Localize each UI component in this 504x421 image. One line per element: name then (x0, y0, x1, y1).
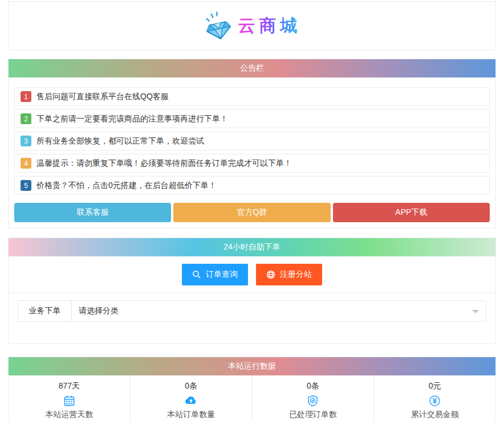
stat-label: 已处理订单数 (253, 408, 374, 420)
self-order-card: 24小时自助下单 订单查询 注册分站 (8, 238, 496, 344)
self-order-header: 24小时自助下单 (9, 238, 495, 256)
notice-header: 公告栏 (9, 59, 495, 77)
stat-value: 0元 (374, 379, 495, 392)
globe-icon (266, 270, 275, 279)
contact-service-button[interactable]: 联系客服 (14, 203, 171, 222)
notice-item: 2 下单之前请一定要看完该商品的注意事项再进行下单！ (14, 109, 490, 128)
notice-text: 温馨提示：请勿重复下单哦！必须要等待前面任务订单完成才可以下单！ (36, 158, 292, 169)
notice-number-badge: 3 (21, 136, 31, 146)
notice-text: 售后问题可直接联系平台在线QQ客服 (36, 92, 169, 102)
register-substation-button[interactable]: 注册分站 (256, 264, 322, 285)
notice-text: 所有业务全部恢复，都可以正常下单，欢迎尝试 (36, 136, 204, 146)
app-download-button[interactable]: APP下载 (333, 203, 490, 222)
stat-order-count: 0条 本站订单数量 (131, 375, 253, 421)
notice-header-title: 公告栏 (240, 63, 264, 73)
stats-header: 本站运行数据 (9, 357, 495, 375)
cloud-upload-icon (131, 393, 252, 408)
notice-item: 3 所有业务全部恢复，都可以正常下单，欢迎尝试 (14, 132, 490, 150)
yen-circle-icon (374, 393, 495, 408)
search-icon (192, 270, 201, 279)
notice-number-badge: 4 (21, 158, 31, 169)
calendar-icon (9, 393, 130, 408)
order-query-label: 订单查询 (206, 269, 238, 280)
self-order-header-title: 24小时自助下单 (223, 242, 281, 252)
order-type-label: 业务下单 (18, 300, 72, 322)
notice-number-badge: 1 (21, 91, 31, 102)
notice-text: 价格贵？不怕，点击0元搭建，在后台超低价下单！ (36, 181, 217, 191)
stats-row: 877天 本站运营天数 0条 (9, 375, 495, 421)
register-substation-label: 注册分站 (280, 269, 312, 280)
order-form: 业务下单 请选择分类 (9, 293, 495, 344)
notice-list: 1 售后问题可直接联系平台在线QQ客服 2 下单之前请一定要看完该商品的注意事项… (9, 77, 495, 228)
notice-item: 4 温馨提示：请勿重复下单哦！必须要等待前面任务订单完成才可以下单！ (14, 154, 490, 173)
notice-text: 下单之前请一定要看完该商品的注意事项再进行下单！ (36, 114, 228, 124)
site-title: 云商城 (238, 14, 302, 38)
site-header-card: 云商城 (8, 1, 496, 50)
notice-number-badge: 2 (21, 113, 31, 124)
stat-running-days: 877天 本站运营天数 (9, 375, 131, 421)
notice-item: 5 价格贵？不怕，点击0元搭建，在后台超低价下单！ (14, 176, 490, 195)
stat-label: 本站订单数量 (131, 408, 252, 420)
notice-button-row: 联系客服 官方Q群 APP下载 (14, 203, 490, 222)
notice-card: 公告栏 1 售后问题可直接联系平台在线QQ客服 2 下单之前请一定要看完该商品的… (8, 59, 496, 228)
official-qq-group-button[interactable]: 官方Q群 (173, 203, 330, 222)
chevron-down-icon (472, 310, 479, 317)
stat-label: 本站运营天数 (9, 408, 130, 420)
site-logo: 云商城 (203, 11, 302, 40)
shield-check-icon (253, 393, 374, 408)
stat-value: 877天 (9, 379, 130, 392)
order-query-button[interactable]: 订单查询 (182, 264, 248, 285)
category-select-value: 请选择分类 (79, 306, 119, 316)
diamond-icon (203, 11, 233, 40)
notice-item: 1 售后问题可直接联系平台在线QQ客服 (14, 87, 490, 106)
stat-total-amount: 0元 累计交易金额 (374, 375, 495, 421)
stats-header-title: 本站运行数据 (228, 361, 276, 371)
stat-value: 0条 (131, 379, 252, 392)
order-action-row: 订单查询 注册分站 (9, 256, 495, 293)
stat-processed-orders: 0条 已处理订单数 (253, 375, 375, 421)
category-select[interactable]: 请选择分类 (71, 300, 486, 322)
site-stats-card: 本站运行数据 877天 本站运营天数 0条 (8, 357, 496, 421)
category-form-row: 业务下单 请选择分类 (18, 300, 486, 322)
stat-label: 累计交易金额 (374, 408, 495, 420)
notice-number-badge: 5 (21, 180, 31, 191)
stat-value: 0条 (253, 379, 374, 392)
